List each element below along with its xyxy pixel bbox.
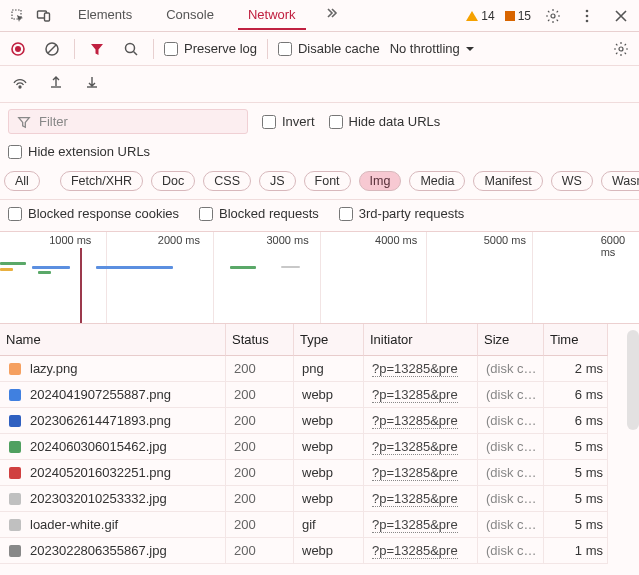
request-initiator[interactable]: ?p=13285&pre (364, 356, 478, 382)
export-har-icon[interactable] (44, 70, 68, 94)
third-party-requests-checkbox[interactable]: 3rd-party requests (339, 206, 465, 221)
request-time: 2 ms (544, 356, 608, 382)
network-conditions-icon[interactable] (8, 70, 32, 94)
request-initiator[interactable]: ?p=13285&pre (364, 434, 478, 460)
request-name[interactable]: 2024052016032251.png (0, 460, 226, 486)
type-css[interactable]: CSS (203, 171, 251, 191)
request-type: webp (294, 460, 364, 486)
tab-elements[interactable]: Elements (68, 1, 142, 30)
request-size: (disk c… (478, 434, 544, 460)
request-size: (disk c… (478, 408, 544, 434)
svg-point-8 (15, 46, 21, 52)
file-icon (8, 362, 22, 376)
request-name[interactable]: 2024041907255887.png (0, 382, 226, 408)
request-initiator[interactable]: ?p=13285&pre (364, 486, 478, 512)
devtools-tabs: Elements Console Network (68, 1, 456, 30)
type-media[interactable]: Media (409, 171, 465, 191)
network-settings-icon[interactable] (609, 37, 633, 61)
inspect-icon[interactable] (6, 4, 30, 28)
hide-data-urls-checkbox[interactable]: Hide data URLs (329, 114, 441, 129)
hide-extension-urls-checkbox[interactable]: Hide extension URLs (8, 144, 150, 159)
request-time: 5 ms (544, 512, 608, 538)
more-tabs-icon[interactable] (320, 1, 344, 30)
request-name[interactable]: loader-white.gif (0, 512, 226, 538)
file-icon (8, 544, 22, 558)
device-toolbar-icon[interactable] (32, 4, 56, 28)
type-img[interactable]: Img (359, 171, 402, 191)
request-initiator[interactable]: ?p=13285&pre (364, 408, 478, 434)
network-timeline[interactable]: 1000 ms 2000 ms 3000 ms 4000 ms 5000 ms … (0, 232, 639, 324)
svg-point-10 (126, 43, 135, 52)
search-icon[interactable] (119, 37, 143, 61)
col-initiator[interactable]: Initiator (364, 324, 478, 356)
devtools-top-toolbar: Elements Console Network 14 15 (0, 0, 639, 32)
request-status: 200 (226, 538, 294, 564)
svg-point-4 (586, 9, 589, 12)
issue-number: 15 (518, 9, 531, 23)
request-status: 200 (226, 434, 294, 460)
disable-cache-checkbox[interactable]: Disable cache (278, 41, 380, 56)
issue-count[interactable]: 15 (505, 9, 531, 23)
svg-rect-14 (9, 389, 21, 401)
request-status: 200 (226, 408, 294, 434)
throttling-select[interactable]: No throttling (390, 41, 476, 56)
request-name[interactable]: 2023062614471893.png (0, 408, 226, 434)
record-icon[interactable] (6, 37, 30, 61)
svg-rect-2 (45, 13, 50, 21)
request-name[interactable]: 2023032010253332.jpg (0, 486, 226, 512)
request-initiator[interactable]: ?p=13285&pre (364, 460, 478, 486)
type-fetch[interactable]: Fetch/XHR (60, 171, 143, 191)
file-icon (8, 414, 22, 428)
type-manifest[interactable]: Manifest (473, 171, 542, 191)
requests-table: Name Status Type Initiator Size Time laz… (0, 324, 639, 564)
request-status: 200 (226, 356, 294, 382)
request-time: 1 ms (544, 538, 608, 564)
close-icon[interactable] (609, 4, 633, 28)
request-name[interactable]: 2024060306015462.jpg (0, 434, 226, 460)
filter-row: Filter Invert Hide data URLs (0, 103, 639, 140)
tick-label: 5000 ms (484, 234, 526, 246)
col-status[interactable]: Status (226, 324, 294, 356)
clear-icon[interactable] (40, 37, 64, 61)
request-type: webp (294, 408, 364, 434)
blocked-response-cookies-checkbox[interactable]: Blocked response cookies (8, 206, 179, 221)
request-initiator[interactable]: ?p=13285&pre (364, 382, 478, 408)
tab-network[interactable]: Network (238, 1, 306, 30)
warning-number: 14 (481, 9, 494, 23)
request-name[interactable]: lazy.png (0, 356, 226, 382)
col-time[interactable]: Time (544, 324, 608, 356)
type-js[interactable]: JS (259, 171, 296, 191)
type-doc[interactable]: Doc (151, 171, 195, 191)
col-size[interactable]: Size (478, 324, 544, 356)
type-ws[interactable]: WS (551, 171, 593, 191)
col-type[interactable]: Type (294, 324, 364, 356)
file-icon (8, 466, 22, 480)
type-wasm[interactable]: Wasm (601, 171, 639, 191)
request-initiator[interactable]: ?p=13285&pre (364, 512, 478, 538)
blocked-requests-checkbox[interactable]: Blocked requests (199, 206, 319, 221)
col-name[interactable]: Name (0, 324, 226, 356)
warning-count[interactable]: 14 (466, 9, 494, 23)
gear-icon[interactable] (541, 4, 565, 28)
vertical-scrollbar[interactable] (627, 330, 639, 430)
svg-point-6 (586, 19, 589, 22)
kebab-icon[interactable] (575, 4, 599, 28)
tab-console[interactable]: Console (156, 1, 224, 30)
filter-row-2: Hide extension URLs (0, 140, 639, 167)
request-size: (disk c… (478, 460, 544, 486)
request-type: webp (294, 486, 364, 512)
request-initiator[interactable]: ?p=13285&pre (364, 538, 478, 564)
request-status: 200 (226, 460, 294, 486)
invert-checkbox[interactable]: Invert (262, 114, 315, 129)
request-status: 200 (226, 512, 294, 538)
import-har-icon[interactable] (80, 70, 104, 94)
request-name[interactable]: 2023022806355867.jpg (0, 538, 226, 564)
request-size: (disk c… (478, 356, 544, 382)
filter-icon[interactable] (85, 37, 109, 61)
request-size: (disk c… (478, 486, 544, 512)
preserve-log-checkbox[interactable]: Preserve log (164, 41, 257, 56)
network-io-toolbar (0, 66, 639, 103)
type-all[interactable]: All (4, 171, 40, 191)
filter-input[interactable]: Filter (8, 109, 248, 134)
type-font[interactable]: Font (304, 171, 351, 191)
